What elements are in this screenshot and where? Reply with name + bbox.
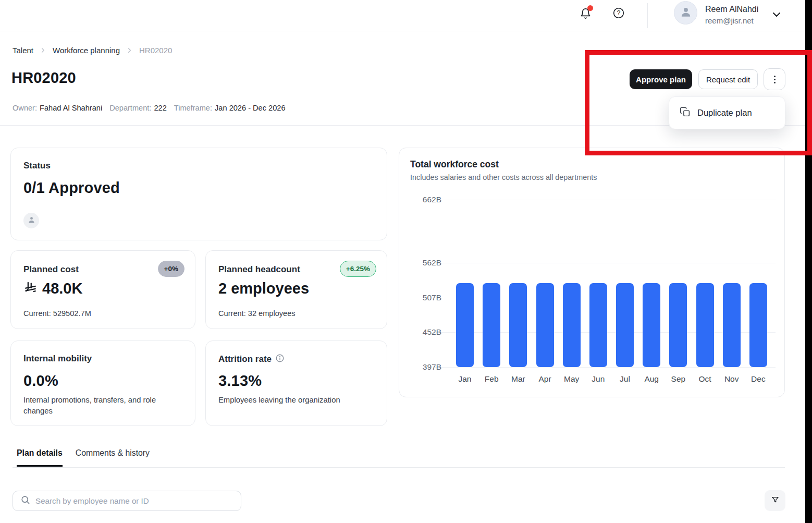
- x-tick-label-aug: Aug: [643, 374, 660, 384]
- breadcrumb-talent[interactable]: Talent: [13, 46, 33, 55]
- svg-text:?: ?: [617, 9, 621, 17]
- planned-cost-value-row: 48.0K: [23, 280, 82, 297]
- bar-column-aug: [643, 283, 660, 367]
- planned-headcount-card: Planned headcount +6.25% 2 employees Cur…: [205, 250, 387, 329]
- y-tick-label: 507B: [399, 293, 441, 302]
- status-card-label: Status: [23, 161, 51, 171]
- meta-timeframe: Timeframe: Jan 2026 - Dec 2026: [174, 104, 286, 112]
- timeframe-value: Jan 2026 - Dec 2026: [215, 104, 286, 112]
- department-value: 222: [154, 104, 166, 112]
- planned-cost-card: Planned cost +0% 48.0K Current: 529502.7…: [10, 250, 195, 329]
- help-icon: ?: [612, 13, 625, 21]
- saudi-riyal-icon: [23, 281, 38, 297]
- y-tick-label: 397B: [399, 362, 441, 372]
- planned-headcount-value-row: 2 employees: [218, 280, 309, 297]
- bars-row: [456, 200, 767, 367]
- page-title: HR02020: [11, 69, 76, 87]
- bar-column-jun: [589, 283, 607, 367]
- bar-column-sep: [669, 283, 687, 367]
- user-avatar-icon: [679, 5, 693, 21]
- tabs-divider: [13, 467, 785, 468]
- chart-bar-aug: [643, 283, 660, 367]
- user-avatar[interactable]: [674, 1, 697, 25]
- topbar-divider: [647, 3, 648, 28]
- bar-column-feb: [483, 283, 500, 367]
- approver-avatar: [23, 213, 39, 228]
- info-icon[interactable]: [275, 354, 285, 365]
- bar-column-mar: [509, 283, 527, 367]
- copy-icon: [680, 106, 691, 119]
- x-tick-label-jun: Jun: [589, 374, 607, 384]
- bar-column-may: [563, 283, 581, 367]
- x-tick-label-oct: Oct: [696, 374, 714, 384]
- internal-mobility-description: Internal promotions, transfers, and role…: [23, 395, 180, 417]
- x-tick-label-sep: Sep: [669, 374, 687, 384]
- attrition-rate-label: Attrition rate: [218, 354, 272, 364]
- department-label: Department:: [109, 104, 151, 112]
- user-menu[interactable]: Reem AlNahdi reem@jisr.net: [705, 4, 758, 26]
- user-menu-chevron-down-icon[interactable]: [770, 8, 783, 21]
- bar-column-jul: [616, 283, 634, 367]
- user-name: Reem AlNahdi: [705, 4, 758, 15]
- chart-bar-jul: [616, 283, 634, 367]
- tab-bar: Plan details Comments & history: [17, 448, 150, 467]
- help-button[interactable]: ?: [612, 7, 625, 19]
- y-tick-label: 662B: [399, 195, 441, 204]
- status-card: Status 0/1 Approved: [10, 148, 387, 240]
- internal-mobility-card: Internal mobility 0.0% Internal promotio…: [10, 340, 195, 426]
- tab-comments-history[interactable]: Comments & history: [76, 448, 150, 467]
- x-tick-label-jul: Jul: [616, 374, 634, 384]
- chart-plot: [434, 200, 776, 367]
- breadcrumb: Talent Workforce planning HR02020: [13, 46, 172, 55]
- internal-mobility-value: 0.0%: [23, 372, 58, 390]
- employee-search: [13, 491, 241, 511]
- duplicate-plan-menu-item[interactable]: Duplicate plan: [669, 96, 785, 129]
- bar-column-dec: [749, 283, 767, 367]
- bar-column-jan: [456, 283, 474, 367]
- attrition-rate-value: 3.13%: [218, 372, 262, 390]
- attrition-rate-description: Employees leaving the organization: [218, 395, 375, 406]
- timeframe-label: Timeframe:: [174, 104, 212, 112]
- top-bar: ? Reem AlNahdi reem@jisr.net: [0, 0, 812, 31]
- total-workforce-cost-card: Total workforce cost Includes salaries a…: [399, 148, 785, 397]
- planned-headcount-current: Current: 32 employees: [218, 309, 296, 318]
- notification-badge-dot: [587, 5, 593, 11]
- planned-cost-current: Current: 529502.7M: [23, 309, 91, 318]
- bar-column-nov: [723, 283, 741, 367]
- chart-title: Total workforce cost: [410, 159, 499, 170]
- meta-owner: Owner: Fahad Al Shahrani: [13, 104, 102, 112]
- more-actions-button[interactable]: [764, 68, 785, 90]
- filter-button[interactable]: [765, 490, 785, 511]
- chart-bar-dec: [749, 283, 767, 367]
- planned-cost-value: 48.0K: [42, 280, 82, 297]
- y-tick-label: 562B: [399, 258, 441, 267]
- chevron-right-icon: [39, 46, 47, 54]
- breadcrumb-current: HR02020: [139, 46, 172, 55]
- screenshot-edge-artifact: [805, 0, 812, 523]
- chart-bar-oct: [696, 283, 714, 367]
- breadcrumb-workforce-planning[interactable]: Workforce planning: [53, 46, 120, 55]
- plan-meta: Owner: Fahad Al Shahrani Department: 222…: [13, 104, 293, 112]
- chart-bar-nov: [723, 283, 741, 367]
- tab-plan-details[interactable]: Plan details: [17, 448, 63, 467]
- duplicate-plan-label: Duplicate plan: [697, 108, 752, 118]
- bell-icon: [580, 14, 592, 22]
- bar-column-oct: [696, 283, 714, 367]
- approve-plan-button[interactable]: Approve plan: [630, 69, 692, 89]
- search-input[interactable]: [35, 496, 241, 505]
- owner-value: Fahad Al Shahrani: [40, 104, 102, 112]
- internal-mobility-label: Internal mobility: [23, 354, 92, 364]
- chart-x-axis-labels: JanFebMarAprMayJunJulAugSepOctNovDec: [456, 374, 767, 384]
- chevron-right-icon: [126, 46, 133, 54]
- notifications-button[interactable]: [579, 7, 592, 22]
- x-tick-label-dec: Dec: [749, 374, 767, 384]
- person-icon: [27, 215, 36, 226]
- x-tick-label-feb: Feb: [483, 374, 500, 384]
- filter-funnel-icon: [771, 495, 780, 506]
- x-tick-label-jan: Jan: [456, 374, 474, 384]
- y-tick-label: 452B: [399, 327, 441, 337]
- attrition-rate-card: Attrition rate 3.13% Employees leaving t…: [205, 340, 387, 426]
- x-tick-label-nov: Nov: [723, 374, 741, 384]
- planned-cost-label: Planned cost: [23, 264, 79, 275]
- request-edit-button[interactable]: Request edit: [698, 69, 758, 89]
